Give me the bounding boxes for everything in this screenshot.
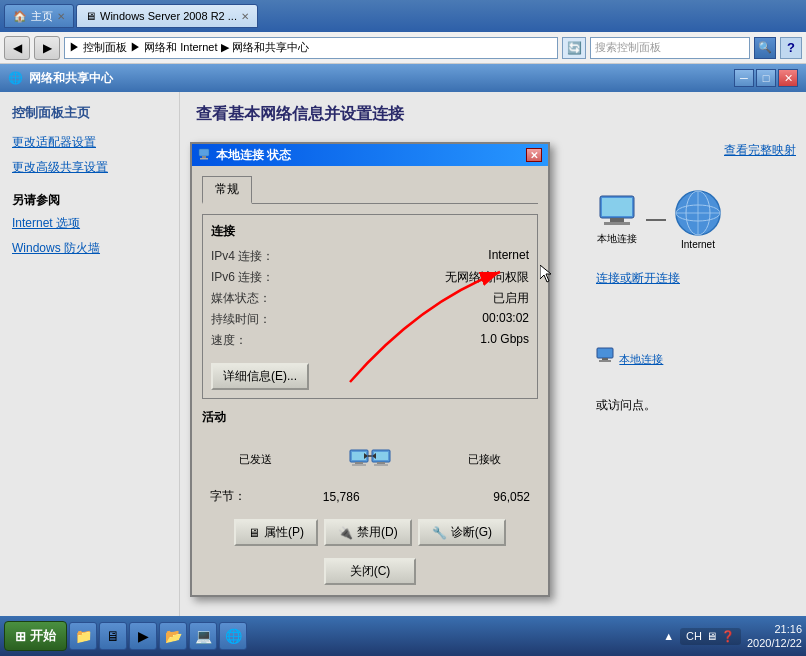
disable-button[interactable]: 🔌 禁用(D) bbox=[324, 519, 412, 546]
sidebar-link-sharing[interactable]: 更改高级共享设置 bbox=[12, 159, 167, 176]
tab-server-label: Windows Server 2008 R2 ... bbox=[100, 10, 237, 22]
svg-rect-18 bbox=[355, 462, 363, 464]
ipv4-value: Internet bbox=[488, 248, 529, 265]
internet-icon-area: Internet bbox=[674, 189, 722, 250]
search-bar[interactable]: 搜索控制面板 bbox=[590, 37, 750, 59]
sidebar-link-internet-options[interactable]: Internet 选项 bbox=[12, 215, 167, 232]
sent-col: 已发送 bbox=[239, 452, 272, 467]
top-taskbar: 🏠 主页 ✕ 🖥 Windows Server 2008 R2 ... ✕ bbox=[0, 0, 806, 32]
internet-text: Internet bbox=[681, 239, 715, 250]
close-button[interactable]: 关闭(C) bbox=[324, 558, 417, 585]
also-see-title: 另请参阅 bbox=[12, 192, 167, 209]
home-icon: 🏠 bbox=[13, 10, 27, 23]
speed-value: 1.0 Gbps bbox=[480, 332, 529, 349]
dialog-close-x-button[interactable]: ✕ bbox=[526, 148, 542, 162]
detail-button[interactable]: 详细信息(E)... bbox=[211, 363, 309, 390]
diagnose-label: 诊断(G) bbox=[451, 524, 492, 541]
sidebar-link-firewall[interactable]: Windows 防火墙 bbox=[12, 240, 167, 257]
back-button[interactable]: ◀ bbox=[4, 36, 30, 60]
net-line-1 bbox=[646, 219, 666, 221]
search-button[interactable]: 🔍 bbox=[754, 37, 776, 59]
main-area: 查看基本网络信息并设置连接 查看完整映射 本地连接 bbox=[180, 92, 806, 616]
speed-label: 速度： bbox=[211, 332, 247, 349]
svg-rect-22 bbox=[374, 452, 388, 460]
start-button[interactable]: ⊞ 开始 bbox=[4, 621, 67, 651]
dialog-title: 本地连接 状态 bbox=[216, 147, 291, 164]
local-conn-text: 本地连接 bbox=[597, 232, 637, 246]
tab-server-close[interactable]: ✕ bbox=[241, 11, 249, 22]
connect-disconnect-link[interactable]: 连接或断开连接 bbox=[596, 271, 680, 285]
duration-label: 持续时间： bbox=[211, 311, 271, 328]
taskbar-icon-4[interactable]: 📂 bbox=[159, 622, 187, 650]
taskbar-icon-3[interactable]: ▶ bbox=[129, 622, 157, 650]
taskbar-icon-5[interactable]: 💻 bbox=[189, 622, 217, 650]
svg-rect-9 bbox=[597, 348, 613, 358]
tray-arrow[interactable]: ▲ bbox=[663, 630, 674, 642]
taskbar-icon-1[interactable]: 📁 bbox=[69, 622, 97, 650]
start-orb: ⊞ bbox=[15, 629, 26, 644]
dialog-tab-general[interactable]: 常规 bbox=[202, 176, 252, 204]
sidebar-title: 控制面板主页 bbox=[12, 104, 167, 122]
media-value: 已启用 bbox=[493, 290, 529, 307]
taskbar-icon-5-img: 💻 bbox=[195, 628, 212, 644]
taskbar-icon-2[interactable]: 🖥 bbox=[99, 622, 127, 650]
svg-rect-10 bbox=[602, 358, 608, 360]
dialog-icon bbox=[198, 148, 212, 162]
sent-label: 已发送 bbox=[239, 452, 272, 467]
tab-server-icon: 🖥 bbox=[85, 10, 96, 22]
bottom-taskbar: ⊞ 开始 📁 🖥 ▶ 📂 💻 🌐 ▲ CH 🖥 ❓ 21:16 2020/12/… bbox=[0, 616, 806, 656]
maximize-button[interactable]: □ bbox=[756, 69, 776, 87]
properties-button[interactable]: 🖥 属性(P) bbox=[234, 519, 318, 546]
tab-home-close[interactable]: ✕ bbox=[57, 11, 65, 22]
svg-rect-15 bbox=[200, 158, 208, 160]
forward-button[interactable]: ▶ bbox=[34, 36, 60, 60]
help-button[interactable]: ? bbox=[780, 37, 802, 59]
local-conn-icon bbox=[596, 347, 616, 363]
taskbar-icon-1-img: 📁 bbox=[75, 628, 92, 644]
ipv4-label: IPv4 连接： bbox=[211, 248, 274, 265]
help-tray-icon: ❓ bbox=[721, 630, 735, 643]
svg-rect-14 bbox=[202, 156, 206, 158]
recv-col: 已接收 bbox=[468, 452, 501, 467]
start-label: 开始 bbox=[30, 627, 56, 645]
dialog-body: 常规 连接 IPv4 连接： Internet IPv6 连接： 无网络访问权限 bbox=[192, 166, 548, 595]
svg-rect-13 bbox=[199, 149, 209, 156]
window-icon: 🌐 bbox=[8, 71, 23, 85]
taskbar-icon-6[interactable]: 🌐 bbox=[219, 622, 247, 650]
connection-section: 连接 IPv4 连接： Internet IPv6 连接： 无网络访问权限 媒体… bbox=[202, 214, 538, 399]
left-sidebar: 控制面板主页 更改适配器设置 更改高级共享设置 另请参阅 Internet 选项… bbox=[0, 92, 180, 616]
refresh-icon: 🔄 bbox=[567, 41, 582, 55]
address-text: ▶ 控制面板 ▶ 网络和 Internet ▶ 网络和共享中心 bbox=[69, 40, 309, 55]
ipv6-value: 无网络访问权限 bbox=[445, 269, 529, 286]
cursor-icon bbox=[540, 265, 552, 283]
tab-home[interactable]: 🏠 主页 ✕ bbox=[4, 4, 74, 28]
system-tray: ▲ CH 🖥 ❓ 21:16 2020/12/22 bbox=[663, 622, 802, 651]
dialog-action-buttons: 🖥 属性(P) 🔌 禁用(D) 🔧 诊断(G) bbox=[202, 519, 538, 546]
globe-icon bbox=[674, 189, 722, 237]
mouse-cursor bbox=[540, 265, 552, 283]
search-icon: 🔍 bbox=[758, 41, 772, 54]
properties-icon: 🖥 bbox=[248, 526, 260, 540]
diagnose-icon: 🔧 bbox=[432, 526, 447, 540]
tab-home-label: 主页 bbox=[31, 9, 53, 24]
duration-row: 持续时间： 00:03:02 bbox=[211, 311, 529, 328]
tab-server[interactable]: 🖥 Windows Server 2008 R2 ... ✕ bbox=[76, 4, 258, 28]
svg-rect-24 bbox=[374, 464, 388, 466]
activity-title: 活动 bbox=[202, 409, 538, 426]
view-full-map-link[interactable]: 查看完整映射 bbox=[724, 143, 796, 157]
address-bar[interactable]: ▶ 控制面板 ▶ 网络和 Internet ▶ 网络和共享中心 bbox=[64, 37, 558, 59]
svg-rect-2 bbox=[604, 222, 630, 225]
activity-section: 活动 已发送 bbox=[202, 409, 538, 509]
svg-rect-23 bbox=[377, 462, 385, 464]
local-conn-link[interactable]: 本地连接 bbox=[619, 353, 663, 365]
taskbar-icon-2-img: 🖥 bbox=[106, 628, 120, 644]
svg-rect-11 bbox=[599, 360, 611, 362]
clock-date: 2020/12/22 bbox=[747, 636, 802, 650]
media-row: 媒体状态： 已启用 bbox=[211, 290, 529, 307]
diagnose-button[interactable]: 🔧 诊断(G) bbox=[418, 519, 506, 546]
minimize-button[interactable]: ─ bbox=[734, 69, 754, 87]
sidebar-link-adapter[interactable]: 更改适配器设置 bbox=[12, 134, 167, 151]
window-close-button[interactable]: ✕ bbox=[778, 69, 798, 87]
refresh-button[interactable]: 🔄 bbox=[562, 37, 586, 59]
dialog-tabs: 常规 bbox=[202, 176, 538, 204]
